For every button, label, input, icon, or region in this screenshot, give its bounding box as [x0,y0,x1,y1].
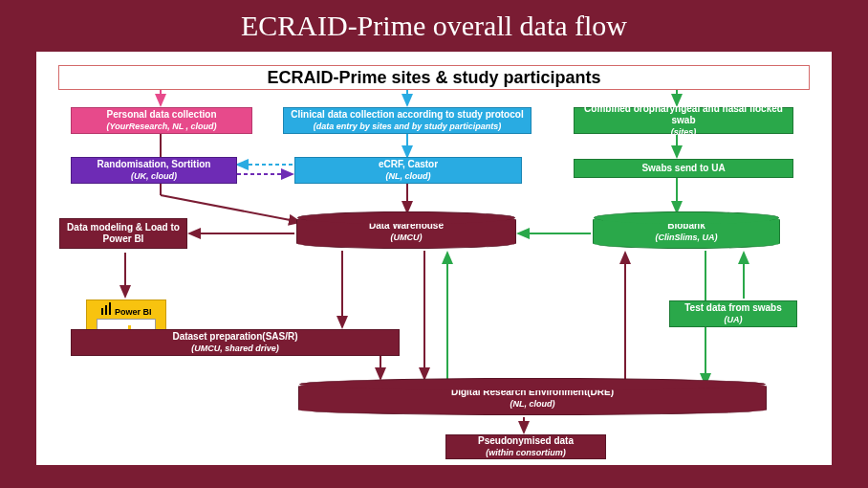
node-dataset: Dataset preparation(SAS/R)(UMCU, shared … [71,329,400,356]
node-ecrf: eCRF, Castor(NL, cloud) [294,157,522,184]
node-swab: Combined oropharyngeal and nasal flocked… [574,107,793,134]
node-pseudo: Pseudonymised data(within consortium) [445,434,606,459]
node-swabs-ua: Swabs send to UA [574,159,793,178]
page-title: ECRAID-Prime overall data flow [0,0,868,48]
node-personal: Personal data collection(YourResearch, N… [71,107,252,134]
node-biobank: Biobank(ClinSlims, UA) [593,214,780,249]
node-dre: Digital Research Environment(DRE)(NL, cl… [298,381,767,415]
node-clinical: Clinical data collection according to st… [283,107,532,134]
node-randomisation: Randomisation, Sortition(UK, cloud) [71,157,237,184]
diagram-canvas: ECRAID-Prime sites & study participants … [36,52,832,465]
node-testdata: Test data from swabs(UA) [669,300,797,327]
sites-header: ECRAID-Prime sites & study participants [58,65,810,90]
node-warehouse: Data Warehouse(UMCU) [296,214,516,249]
node-modeling: Data modeling & Load to Power BI [59,218,187,249]
